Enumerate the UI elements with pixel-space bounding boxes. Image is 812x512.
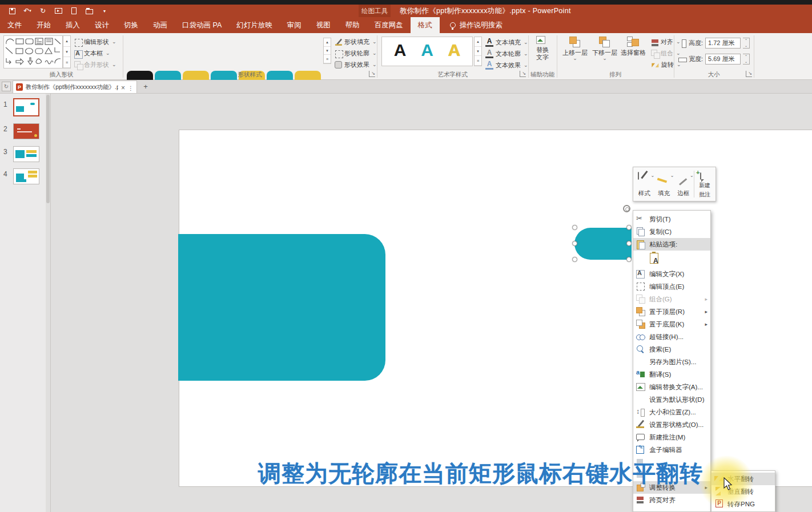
selection-handle-top-right[interactable]	[626, 225, 632, 230]
menu-item-edit-points[interactable]: 编辑顶点(E)	[633, 280, 710, 293]
menu-item-search[interactable]: 搜索(E)	[633, 343, 710, 356]
selection-handle-bottom-right[interactable]	[626, 257, 632, 262]
tab-view[interactable]: 视图	[309, 17, 338, 33]
group-button[interactable]: 组合	[651, 49, 681, 58]
group-label-insert-shapes: 插入形状	[0, 71, 123, 79]
thumbnail-scrollbar[interactable]	[46, 94, 50, 512]
alt-text-button[interactable]: 替换 文字	[530, 35, 555, 61]
shape-gallery-scroll[interactable]: ▴▾≡	[63, 35, 71, 68]
text-fill-button[interactable]: A 文本填充	[485, 38, 528, 47]
tab-slideshow[interactable]: 幻灯片放映	[229, 17, 280, 33]
send-backward-button[interactable]: 下移一层 ⌄	[589, 37, 620, 60]
menu-item-cross-page-align[interactable]: 跨页对齐	[633, 494, 710, 506]
close-tab-icon[interactable]	[121, 82, 125, 92]
edit-shape-button[interactable]: 编辑形状	[74, 38, 116, 46]
selection-pane-button[interactable]: 选择窗格	[619, 37, 648, 57]
slide-thumbnail-4[interactable]	[13, 168, 39, 184]
new-file-icon[interactable]	[69, 6, 79, 15]
submenu-item-flip-horizontal[interactable]: 水平翻转	[711, 473, 775, 485]
selection-handle-top-left[interactable]	[572, 225, 577, 230]
bring-forward-button[interactable]: 上移一层 ⌄	[560, 37, 590, 60]
tab-file[interactable]: 文件	[0, 17, 29, 33]
keep-text-only-paste-icon[interactable]: A	[649, 252, 661, 266]
menu-item-paste-options[interactable]: 粘贴选项:	[633, 238, 710, 251]
shape-outline-button[interactable]: 形状轮廓	[335, 49, 377, 58]
text-box-button[interactable]: 文本框	[74, 49, 110, 58]
menu-item-save-as-picture[interactable]: 另存为图片(S)...	[633, 356, 710, 368]
shape-gallery[interactable]	[3, 35, 63, 68]
menu-item-translate[interactable]: 翻译(S)	[633, 368, 710, 381]
wordart-sample[interactable]: A	[421, 37, 433, 66]
slide-thumbnail-1[interactable]	[13, 98, 39, 116]
save-icon[interactable]	[7, 6, 17, 15]
menu-item-bring-to-front[interactable]: 置于顶层(R) ▸	[633, 305, 710, 318]
selection-handle-bottom-left[interactable]	[572, 257, 577, 262]
slide-thumbnail-3[interactable]	[13, 146, 39, 162]
menu-item-format-shape[interactable]: 设置形状格式(O)...	[633, 418, 710, 431]
submenu-item-flip-vertical[interactable]: 垂直翻转	[711, 485, 775, 498]
menu-item-new-comment[interactable]: 新建批注(M)	[633, 431, 710, 444]
wordart-gallery[interactable]: A A A	[381, 37, 473, 66]
selection-handle-mid-right[interactable]	[626, 241, 632, 246]
rotate-button[interactable]: 旋转	[651, 61, 681, 69]
width-input[interactable]: 5.69 厘米	[705, 54, 741, 64]
redo-icon[interactable]: ↻	[38, 6, 48, 15]
height-input[interactable]: 1.72 厘米	[705, 38, 741, 49]
wordart-dialog-launcher[interactable]	[520, 71, 526, 77]
mini-border-button[interactable]: ⌄ 边框	[674, 170, 693, 199]
menu-item-edit-alt-text[interactable]: 编辑替换文字(A)...	[633, 381, 710, 393]
recent-icon[interactable]: ↻	[2, 82, 11, 91]
selection-handle-mid-left[interactable]	[572, 241, 577, 246]
selected-shape[interactable]	[574, 228, 632, 260]
merge-shapes-button[interactable]: 合并形状	[74, 61, 116, 69]
rounded-rectangle-shape[interactable]	[178, 234, 385, 381]
menu-item-group[interactable]: 组合(G) ▸	[633, 293, 710, 305]
shape-fill-button[interactable]: 形状填充	[335, 38, 377, 46]
tab-pocket-animation[interactable]: 口袋动画 PA	[175, 17, 229, 33]
menu-item-edit-text[interactable]: 编辑文字(X)	[633, 268, 710, 280]
wordart-sample[interactable]: A	[394, 37, 407, 66]
submenu-item-save-png[interactable]: 转存PNG	[711, 498, 775, 510]
wordart-sample[interactable]: A	[448, 37, 460, 66]
customize-qat-icon[interactable]: ▾	[99, 6, 110, 15]
tab-format[interactable]: 格式	[411, 17, 440, 33]
wordart-scroll[interactable]: ▴▾≡	[474, 37, 482, 66]
height-spinner[interactable]: ⌃⌄	[743, 38, 750, 49]
tab-design[interactable]: 设计	[87, 17, 116, 33]
panel-divider[interactable]	[50, 94, 51, 512]
mini-new-comment-button[interactable]: 新建 批注	[695, 170, 714, 199]
tell-me-search[interactable]: 操作说明搜索	[440, 17, 503, 33]
menu-item-hyperlink[interactable]: 超链接(H)...	[633, 330, 710, 343]
shape-styles-dialog-launcher[interactable]	[369, 71, 375, 77]
tab-transitions[interactable]: 切换	[116, 17, 146, 33]
shape-effects-button[interactable]: 形状效果	[335, 61, 377, 69]
tab-insert[interactable]: 插入	[58, 17, 87, 33]
start-slideshow-icon[interactable]	[53, 6, 63, 15]
open-folder-icon[interactable]	[84, 6, 94, 15]
tab-review[interactable]: 审阅	[280, 17, 309, 33]
width-spinner[interactable]: ⌃⌄	[743, 54, 750, 64]
shape-styles-scroll[interactable]: ▴▾≡	[323, 38, 331, 64]
align-button[interactable]: 对齐	[651, 38, 681, 46]
document-tab[interactable]: P 教你制作《ppt制作xxxxxxx功能》.pptx	[13, 80, 137, 93]
undo-icon[interactable]: ↶▾	[22, 6, 33, 15]
mini-fill-button[interactable]: ⌄ 填充	[654, 170, 673, 199]
slide-thumbnail-2[interactable]	[13, 123, 39, 139]
text-effects-button[interactable]: A 文本效果	[485, 61, 528, 70]
tab-more-icon[interactable]	[128, 82, 134, 92]
menu-item-box-editor[interactable]: 盒子编辑器	[633, 444, 710, 456]
tab-home[interactable]: 开始	[29, 17, 58, 33]
menu-item-size-and-position[interactable]: 大小和位置(Z)...	[633, 406, 710, 418]
tab-animations[interactable]: 动画	[146, 17, 175, 33]
tab-help[interactable]: 帮助	[338, 17, 367, 33]
menu-item-cut[interactable]: 剪切(T)	[633, 213, 710, 225]
text-outline-button[interactable]: A 文本轮廓	[485, 49, 528, 58]
size-dialog-launcher[interactable]	[746, 71, 752, 77]
menu-item-send-to-back[interactable]: 置于底层(K) ▸	[633, 318, 710, 330]
new-tab-icon[interactable]	[141, 82, 150, 91]
mini-style-button[interactable]: ⌄ 样式	[634, 170, 654, 199]
menu-item-set-default-shape[interactable]: 设置为默认形状(D)	[633, 393, 710, 406]
menu-item-copy[interactable]: 复制(C)	[633, 225, 710, 238]
rotate-handle-icon[interactable]	[623, 205, 630, 212]
tab-baidu-netdisk[interactable]: 百度网盘	[367, 17, 411, 33]
